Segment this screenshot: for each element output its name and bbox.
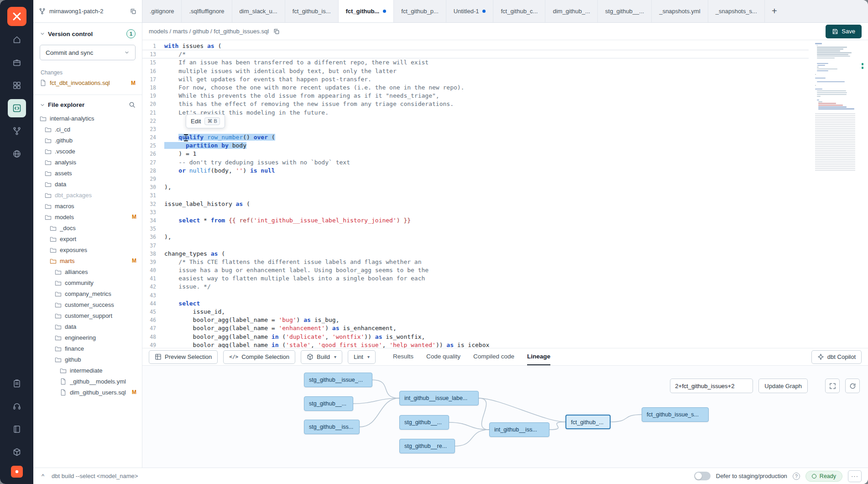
tab-label: .sqlfluffignore [189,8,224,15]
line-number: 21 [142,109,164,117]
tree-item-intermediate[interactable]: intermediate [33,365,142,376]
dbt-copilot-button[interactable]: dbt Copilot [811,350,862,364]
search-icon[interactable] [129,101,136,108]
tab-fct-github[interactable]: fct_github... [339,0,394,22]
tree-item-engineering[interactable]: engineering [33,332,142,343]
code-line-35: 35 [142,225,809,233]
panel-tab-results[interactable]: Results [393,348,413,365]
lineage-selector-input[interactable] [670,379,753,393]
preview-selection-button[interactable]: Preview Selection [149,350,218,364]
help-icon[interactable]: ? [793,473,800,480]
tab-snapshots-s[interactable]: _snapshots_s... [708,0,765,22]
build-button[interactable]: Build ▾ [301,350,342,364]
unsaved-indicator-icon [482,10,486,13]
version-control-header[interactable]: Version control 1 [33,23,142,42]
home-icon[interactable] [8,31,26,49]
tab-untitled-1[interactable]: Untitled-1 [446,0,494,22]
tree-item-github-models-yml[interactable]: _github__models.yml [33,376,142,387]
refresh-button[interactable] [845,379,860,393]
tab-dim-slack-u[interactable]: dim_slack_u... [232,0,285,22]
edit-tooltip[interactable]: Edit ⌘ B [186,114,225,128]
tree-item-dbt-packages[interactable]: dbt_packages [33,189,142,200]
tab-fct-github-is[interactable]: fct_github_is... [285,0,339,22]
tree-item-data[interactable]: data [33,321,142,332]
dbt-logo[interactable] [7,7,26,26]
lint-button[interactable]: Lint ▾ [348,350,376,364]
overflow-menu-button[interactable]: ··· [848,470,862,482]
tree-item-macros[interactable]: macros [33,200,142,211]
apps-grid-icon[interactable] [8,76,26,95]
lineage-node-stg-github-iss[interactable]: stg_github__iss... [304,420,360,434]
version-control-icon[interactable] [8,122,26,140]
branch-selector[interactable]: mirnawong1-patch-2 [33,0,142,22]
minimap-line [817,96,821,97]
minimap-line [817,63,829,64]
environments-icon[interactable] [8,53,26,72]
tree-item-exposures[interactable]: exposures [33,244,142,255]
lineage-node-stg-github[interactable]: stg_github__... [399,415,449,430]
tree-item-vscode[interactable]: .vscode [33,146,142,157]
tree-item-company-metrics[interactable]: company_metrics [33,288,142,299]
tree-item-dim-github-users-sql[interactable]: dim_github_users.sqlM [33,387,142,398]
packages-box-icon[interactable] [8,443,26,461]
collapse-panel-button[interactable]: ^ [40,473,46,479]
tree-item-alliances[interactable]: alliances [33,266,142,277]
panel-tab-compiled-code[interactable]: Compiled code [473,348,514,365]
tree-item-internal-analytics[interactable]: internal-analytics [33,113,142,124]
tab-fct-github-c[interactable]: fct_github_c... [493,0,545,22]
defer-toggle[interactable] [694,472,711,480]
tree-item-marts[interactable]: martsM [33,255,142,266]
lineage-node-int-github-issue-labe[interactable]: int_github__issue_labe... [399,391,479,405]
dbt-labs-icon[interactable] [11,466,23,478]
panel-tab-code-quality[interactable]: Code quality [426,348,460,365]
tree-item-github[interactable]: github [33,354,142,365]
tab-fct-github-p[interactable]: fct_github_p... [394,0,446,22]
copy-path-icon[interactable] [273,28,280,35]
folder-icon [40,115,47,122]
panel-tab-lineage[interactable]: Lineage [527,348,550,365]
tab-stg-github[interactable]: stg_github__... [598,0,652,22]
changed-file-fct-dbt-invocations-sql[interactable]: fct_dbt_invocations.sqlM [33,78,142,88]
line-number: 33 [142,208,164,216]
code-editor[interactable]: 1with issues as (13 /*15 If an issue has… [142,40,868,348]
tree-item-docs[interactable]: _docs [33,222,142,233]
lineage-node-fct-github[interactable]: fct_github_... [565,415,611,429]
command-input[interactable]: dbt build --select <model_name> [52,473,138,479]
develop-ide-icon[interactable] [8,99,26,117]
tree-item-models[interactable]: modelsM [33,211,142,222]
tree-item-export[interactable]: export [33,233,142,244]
tree-item-assets[interactable]: assets [33,168,142,179]
tree-item-analysis[interactable]: analysis [33,157,142,168]
save-button[interactable]: Save [826,25,862,38]
file-explorer-header[interactable]: File explorer [33,95,142,112]
update-graph-button[interactable]: Update Graph [758,379,808,393]
tree-item-customer-success[interactable]: customer_success [33,299,142,310]
tab-sqlfluffignore[interactable]: .sqlfluffignore [182,0,232,22]
lineage-node-int-github-iss[interactable]: int_github__iss... [489,422,549,437]
tab-snapshots-yml[interactable]: _snapshots.yml [652,0,708,22]
tree-item-community[interactable]: community [33,277,142,288]
tree-item-customer-support[interactable]: customer_support [33,310,142,321]
tree-item-ci-cd[interactable]: .ci_cd [33,124,142,135]
lineage-node-stg-github-re[interactable]: stg_github__re... [399,439,455,453]
tree-item-finance[interactable]: finance [33,343,142,354]
commit-and-sync-button[interactable]: Commit and sync [40,45,136,60]
tree-item-github[interactable]: .github [33,135,142,146]
lineage-node-fct-github-issue-s[interactable]: fct_github_issue_s... [642,407,709,422]
docs-book-icon[interactable] [8,420,26,438]
status-ready-badge[interactable]: Ready [805,471,842,482]
fullscreen-button[interactable] [825,379,840,393]
lineage-node-stg-github-issue[interactable]: stg_github__issue_... [304,373,372,387]
checklist-icon[interactable] [8,374,26,393]
compile-selection-button[interactable]: </> Compile Selection [223,350,295,364]
tab-dim-github[interactable]: dim_github_... [545,0,598,22]
globe-icon[interactable] [8,145,26,163]
lineage-node-stg-github[interactable]: stg_github__... [304,396,353,411]
support-headset-icon[interactable] [8,397,26,416]
copy-branch-icon[interactable] [130,8,136,15]
tab-gitignore[interactable]: .gitignore [142,0,182,22]
new-tab-button[interactable]: + [765,0,784,22]
tree-item-data[interactable]: data [33,179,142,189]
minimap[interactable] [815,43,863,284]
code-line-40: 40 issue has a bug or enhancement label.… [142,266,809,274]
